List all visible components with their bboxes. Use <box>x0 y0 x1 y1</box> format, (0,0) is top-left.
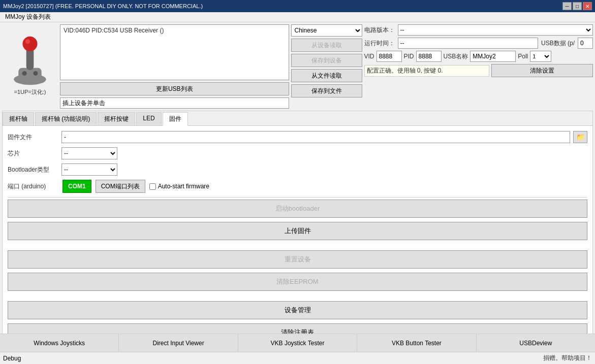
firmware-tab-content: 固件文件 📁 芯片 -- Bootloader类型 -- 端口 (ard <box>3 126 592 334</box>
menu-bar: MMJoy 设备列表 <box>0 12 595 22</box>
status-text: 配置正确。使用轴 0, 按键 0. <box>364 65 490 77</box>
bottom-tab-usbdeview[interactable]: USBDeview <box>477 334 595 352</box>
usb-data-value: 0 <box>578 38 593 49</box>
title-bar: MMJoy2 [20150727] (FREE. PERSONAL DIY ON… <box>0 0 595 12</box>
tab-bar: 摇杆轴 摇杆轴 (功能说明) 摇杆按键 LED 固件 <box>3 111 592 126</box>
tab-led[interactable]: LED <box>136 112 161 125</box>
tab-joystick-buttons[interactable]: 摇杆按键 <box>98 112 135 125</box>
restore-button[interactable]: □ <box>573 2 582 10</box>
clear-registry-button[interactable]: 清除注册表 <box>8 323 587 334</box>
bootloader-row: Bootloader类型 -- <box>8 163 587 176</box>
tab-firmware[interactable]: 固件 <box>163 112 188 126</box>
pid-label: PID <box>404 53 414 60</box>
save-to-device-button[interactable]: 保存到设备 <box>291 54 362 67</box>
language-select[interactable]: Chinese English Russian <box>291 24 362 37</box>
top-area: =1UP=汉化:) VID:046D PID:C534 USB Receiver… <box>2 24 593 109</box>
clear-eeprom-button[interactable]: 清除EEPROM <box>8 273 587 291</box>
language-row: Chinese English Russian <box>291 24 362 37</box>
boot-bootloader-button[interactable]: 启动bootloader <box>8 200 587 218</box>
main-content: =1UP=汉化:) VID:046D PID:C534 USB Receiver… <box>0 22 595 334</box>
minimize-button[interactable]: ─ <box>562 2 572 10</box>
close-button[interactable]: ✕ <box>583 2 592 10</box>
chip-label: 芯片 <box>8 149 58 158</box>
poll-select[interactable]: 1 2 4 8 <box>530 51 551 62</box>
browse-button[interactable]: 📁 <box>573 131 587 143</box>
com-list-button[interactable]: COM端口列表 <box>96 180 145 193</box>
firmware-file-row: 固件文件 📁 <box>8 131 587 143</box>
port-row: 端口 (arduino) COM1 COM端口列表 Auto-start fir… <box>8 180 587 193</box>
circuit-version-label: 电路版本： <box>364 26 395 35</box>
bottom-tab-windows-joysticks[interactable]: Windows Joysticks <box>0 334 119 352</box>
bootloader-select[interactable]: -- <box>61 163 117 176</box>
chip-row: 芯片 -- <box>8 147 587 159</box>
bottom-tab-vkb-joystick-tester[interactable]: VKB Joystick Tester <box>238 334 357 352</box>
autostart-checkbox[interactable] <box>149 183 156 190</box>
vid-input[interactable] <box>377 51 402 62</box>
svg-point-4 <box>25 39 30 44</box>
tab-joystick-axis[interactable]: 摇杆轴 <box>3 112 34 125</box>
autostart-checkbox-label[interactable]: Auto-start firmware <box>149 183 209 190</box>
status-row: 配置正确。使用轴 0, 按键 0. 清除设置 <box>364 64 593 77</box>
menu-item-mmjoy[interactable]: MMJoy 设备列表 <box>2 13 54 21</box>
bottom-tabs: Windows Joysticks Direct Input Viewer VK… <box>0 334 595 352</box>
reset-device-button[interactable]: 重置设备 <box>8 250 587 269</box>
pid-input[interactable] <box>416 51 442 62</box>
status-bar-donate[interactable]: 捐赠。帮助项目！ <box>543 354 592 362</box>
bottom-tab-vkb-button-tester[interactable]: VKB Button Tester <box>357 334 476 352</box>
usb-name-input[interactable] <box>470 51 516 62</box>
chip-select[interactable]: -- <box>61 147 117 159</box>
runtime-value: -- <box>398 38 538 49</box>
section-gap-2 <box>8 295 587 301</box>
circuit-version-dropdown[interactable]: -- <box>398 24 593 36</box>
upload-firmware-button[interactable]: 上传固件 <box>8 222 587 240</box>
separator-1 <box>8 197 587 197</box>
firmware-file-input[interactable] <box>61 131 570 143</box>
clear-settings-button[interactable]: 清除设置 <box>491 64 593 77</box>
vid-pid-row: VID PID USB名称 Poll 1 2 4 8 <box>364 51 593 62</box>
device-list-item[interactable]: VID:046D PID:C534 USB Receiver () <box>61 26 288 35</box>
autostart-label: Auto-start firmware <box>158 183 209 190</box>
section-gap-1 <box>8 244 587 250</box>
device-listbox[interactable]: VID:046D PID:C534 USB Receiver () <box>60 24 289 80</box>
svg-point-3 <box>22 37 37 51</box>
svg-point-6 <box>33 71 38 76</box>
plug-text-input[interactable] <box>60 97 289 109</box>
joystick-icon <box>10 36 50 86</box>
status-bar-debug: Debug <box>3 355 21 362</box>
tab-joystick-axis-desc[interactable]: 摇杆轴 (功能说明) <box>35 112 97 125</box>
logo-area: =1UP=汉化:) <box>2 24 58 98</box>
vid-label: VID <box>364 53 374 60</box>
usb-name-label: USB名称 <box>444 52 468 61</box>
mid-buttons-area: Chinese English Russian 从设备读取 保存到设备 从文件读… <box>291 24 362 109</box>
svg-point-5 <box>22 71 27 76</box>
device-list-area: VID:046D PID:C534 USB Receiver () 更新USB列… <box>60 24 289 109</box>
save-to-file-button[interactable]: 保存到文件 <box>291 84 362 97</box>
tabs-section: 摇杆轴 摇杆轴 (功能说明) 摇杆按键 LED 固件 固件文件 📁 芯片 -- <box>2 111 593 334</box>
firmware-file-label: 固件文件 <box>8 133 58 142</box>
port-label: 端口 (arduino) <box>8 182 58 191</box>
status-bar: Debug 捐赠。帮助项目！ <box>0 352 595 364</box>
usb-data-label: USB数据 (p/ <box>541 39 575 48</box>
runtime-label: 运行时间： <box>364 39 395 48</box>
circuit-version-row: 电路版本： -- <box>364 24 593 36</box>
poll-label: Poll <box>518 53 528 60</box>
bottom-tab-direct-input-viewer[interactable]: Direct Input Viewer <box>119 334 238 352</box>
right-info-area: 电路版本： -- 运行时间： -- USB数据 (p/ 0 VID PID US… <box>364 24 593 109</box>
window-controls: ─ □ ✕ <box>562 2 592 10</box>
version-text: =1UP=汉化:) <box>14 88 46 96</box>
window-title: MMJoy2 [20150727] (FREE. PERSONAL DIY ON… <box>3 3 203 9</box>
runtime-row: 运行时间： -- USB数据 (p/ 0 <box>364 38 593 49</box>
device-manager-button[interactable]: 设备管理 <box>8 301 587 319</box>
update-usb-button[interactable]: 更新USB列表 <box>60 82 289 95</box>
read-from-device-button[interactable]: 从设备读取 <box>291 39 362 52</box>
read-from-file-button[interactable]: 从文件读取 <box>291 69 362 82</box>
bootloader-label: Bootloader类型 <box>8 166 58 174</box>
com-button[interactable]: COM1 <box>62 180 91 193</box>
